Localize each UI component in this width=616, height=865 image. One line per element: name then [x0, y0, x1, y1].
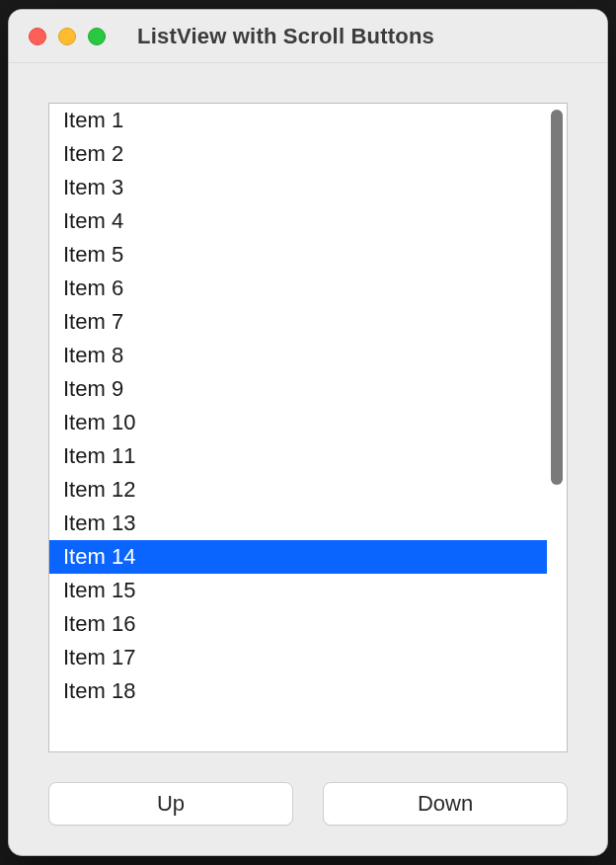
down-button[interactable]: Down: [323, 782, 568, 826]
list-item[interactable]: Item 8: [49, 339, 547, 372]
app-window: ListView with Scroll Buttons Item 1Item …: [8, 9, 608, 856]
list-item[interactable]: Item 14: [49, 540, 547, 574]
list-item[interactable]: Item 4: [49, 204, 547, 238]
close-icon[interactable]: [29, 28, 46, 45]
list-view[interactable]: Item 1Item 2Item 3Item 4Item 5Item 6Item…: [48, 103, 568, 752]
titlebar: ListView with Scroll Buttons: [9, 10, 607, 63]
list-item[interactable]: Item 13: [49, 507, 547, 540]
list-item[interactable]: Item 12: [49, 473, 547, 507]
scrollbar-thumb[interactable]: [551, 110, 563, 485]
list-item[interactable]: Item 10: [49, 406, 547, 439]
button-row: Up Down: [48, 782, 568, 826]
list-item[interactable]: Item 6: [49, 272, 547, 305]
up-button[interactable]: Up: [48, 782, 293, 826]
window-content: Item 1Item 2Item 3Item 4Item 5Item 6Item…: [9, 63, 607, 855]
list-item[interactable]: Item 18: [49, 674, 547, 708]
list-item[interactable]: Item 1: [49, 104, 547, 137]
list-item[interactable]: Item 7: [49, 305, 547, 339]
list-inner: Item 1Item 2Item 3Item 4Item 5Item 6Item…: [49, 104, 547, 751]
minimize-icon[interactable]: [58, 28, 76, 45]
list-item[interactable]: Item 11: [49, 439, 547, 473]
window-title: ListView with Scroll Buttons: [137, 24, 434, 49]
list-item[interactable]: Item 2: [49, 137, 547, 171]
list-item[interactable]: Item 3: [49, 171, 547, 204]
list-item[interactable]: Item 17: [49, 641, 547, 674]
list-item[interactable]: Item 5: [49, 238, 547, 272]
scrollbar[interactable]: [547, 104, 567, 751]
list-item[interactable]: Item 9: [49, 372, 547, 406]
traffic-lights: [29, 28, 106, 45]
zoom-icon[interactable]: [88, 28, 106, 45]
list-item[interactable]: Item 15: [49, 574, 547, 607]
list-item[interactable]: Item 16: [49, 607, 547, 641]
